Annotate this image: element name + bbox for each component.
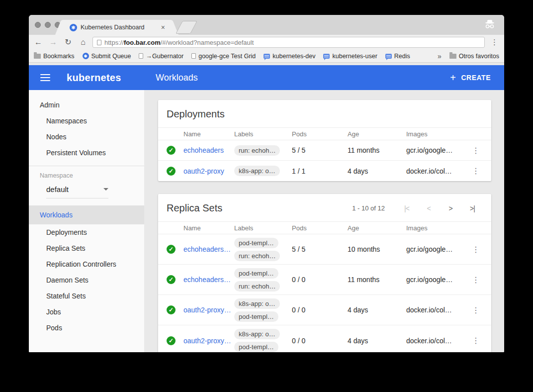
resource-link[interactable]: oauth2-proxy… xyxy=(183,306,234,314)
label-chip: run: echoh… xyxy=(234,281,280,292)
chat-icon xyxy=(323,54,330,59)
close-window-button[interactable] xyxy=(35,22,41,28)
label-chip: k8s-app: o… xyxy=(234,329,280,339)
first-page-icon[interactable]: |< xyxy=(396,204,418,212)
status-ok-icon: ✓ xyxy=(167,146,176,155)
sidebar-item-workloads[interactable]: Workloads xyxy=(29,205,144,224)
sidebar-item-persistent-volumes[interactable]: Persistent Volumes xyxy=(29,145,144,161)
incognito-icon xyxy=(483,19,496,30)
row-menu-icon[interactable]: ⋮ xyxy=(468,336,483,345)
bookmark-redis[interactable]: Redis xyxy=(385,53,410,60)
page-title: Workloads xyxy=(156,73,198,83)
app-header: kubernetes Workloads + CREATE xyxy=(29,65,504,90)
row-menu-icon[interactable]: ⋮ xyxy=(468,146,483,155)
plus-icon: + xyxy=(450,72,456,84)
sidebar-item-nodes[interactable]: Nodes xyxy=(29,129,144,145)
tab-strip: ✱ Kubernetes Dashboard × xyxy=(29,15,504,35)
namespace-select[interactable]: default xyxy=(46,185,108,198)
table-row[interactable]: ✓ oauth2-proxy… k8s-app: o… pod-templ… 0… xyxy=(158,295,491,325)
sidebar-item-jobs[interactable]: Jobs xyxy=(29,304,144,320)
age-cell: 10 months xyxy=(348,245,406,253)
sidebar: Admin Namespaces Nodes Persistent Volume… xyxy=(29,90,144,352)
sidebar-item-admin[interactable]: Admin xyxy=(29,97,144,113)
browser-tab[interactable]: ✱ Kubernetes Dashboard × xyxy=(63,20,171,35)
sidebar-divider xyxy=(29,166,144,166)
status-ok-icon: ✓ xyxy=(167,275,176,284)
table-row[interactable]: ✓ echoheaders run: echoh… 5 / 5 11 month… xyxy=(158,140,491,161)
bookmark-google-gce-test-grid[interactable]: google-gce Test Grid xyxy=(191,53,256,60)
sidebar-item-daemon-sets[interactable]: Daemon Sets xyxy=(29,272,144,288)
sidebar-item-replication-controllers[interactable]: Replication Controllers xyxy=(29,256,144,272)
table-row[interactable]: ✓ echoheaders… pod-templ… run: echoh… 0 … xyxy=(158,265,491,295)
images-cell: docker.io/col… xyxy=(406,167,468,175)
chevron-down-icon xyxy=(103,188,108,191)
back-button[interactable]: ← xyxy=(33,38,44,46)
url-host: foo.bar.com xyxy=(124,39,161,46)
age-cell: 4 days xyxy=(348,167,406,175)
col-age: Age xyxy=(348,224,406,232)
sidebar-item-stateful-sets[interactable]: Stateful Sets xyxy=(29,288,144,304)
col-name: Name xyxy=(183,224,234,232)
page-icon xyxy=(97,40,101,45)
forward-button[interactable]: → xyxy=(48,38,59,46)
chat-icon xyxy=(264,54,270,59)
label-chip: k8s-app: o… xyxy=(234,166,280,176)
images-cell: gcr.io/google… xyxy=(406,245,468,253)
deployments-card: Deployments Name Labels Pods Age Images … xyxy=(158,100,491,181)
kubernetes-favicon-icon: ✱ xyxy=(70,24,77,31)
bookmark-gubernator[interactable]: →Gubernator xyxy=(139,53,183,60)
kubernetes-icon: ✱ xyxy=(83,53,89,59)
page-icon xyxy=(139,53,143,59)
resource-link[interactable]: echoheaders xyxy=(183,146,234,154)
sidebar-item-replica-sets[interactable]: Replica Sets xyxy=(29,240,144,256)
browser-menu-icon[interactable]: ⋮ xyxy=(489,38,500,47)
images-cell: docker.io/col… xyxy=(406,337,468,345)
row-menu-icon[interactable]: ⋮ xyxy=(468,305,483,315)
new-tab-button[interactable] xyxy=(176,21,197,34)
reload-button[interactable]: ↻ xyxy=(63,38,74,46)
card-title: Replica Sets xyxy=(167,202,222,214)
row-menu-icon[interactable]: ⋮ xyxy=(468,166,483,176)
resource-link[interactable]: oauth2-proxy… xyxy=(183,337,234,345)
resource-link[interactable]: oauth2-proxy xyxy=(183,167,234,175)
previous-page-icon[interactable]: < xyxy=(418,204,440,212)
status-ok-icon: ✓ xyxy=(167,245,176,254)
bookmark-submit-queue[interactable]: ✱ Submit Queue xyxy=(83,53,131,60)
home-button[interactable]: ⌂ xyxy=(78,38,89,46)
resource-link[interactable]: echoheaders… xyxy=(183,276,234,284)
table-row[interactable]: ✓ oauth2-proxy k8s-app: o… 1 / 1 4 days … xyxy=(158,161,491,181)
bookmark-kubernetes-dev[interactable]: kubernetes-dev xyxy=(264,53,315,60)
age-cell: 4 days xyxy=(348,337,406,345)
namespace-label: Namespace xyxy=(29,172,144,179)
tab-close-icon[interactable]: × xyxy=(160,23,166,31)
col-name: Name xyxy=(183,130,234,138)
row-menu-icon[interactable]: ⋮ xyxy=(468,275,483,285)
sidebar-item-deployments[interactable]: Deployments xyxy=(29,224,144,240)
bookmark-otros-favoritos-folder[interactable]: Otros favoritos xyxy=(449,53,499,60)
row-menu-icon[interactable]: ⋮ xyxy=(468,245,483,254)
resource-link[interactable]: echoheaders… xyxy=(183,245,234,253)
table-row[interactable]: ✓ echoheaders… pod-templ… run: echoh… 5 … xyxy=(158,234,491,265)
next-page-icon[interactable]: > xyxy=(440,204,461,212)
pods-cell: 5 / 5 xyxy=(292,245,348,253)
images-cell: gcr.io/google… xyxy=(406,276,468,284)
menu-hamburger-icon[interactable] xyxy=(40,74,50,81)
col-labels: Labels xyxy=(234,224,292,232)
namespace-value: default xyxy=(46,185,69,194)
folder-icon xyxy=(449,54,456,59)
last-page-icon[interactable]: >| xyxy=(461,204,483,212)
sidebar-item-pods[interactable]: Pods xyxy=(29,320,144,336)
bookmark-bookmarks-folder[interactable]: Bookmarks xyxy=(34,53,75,60)
col-labels: Labels xyxy=(234,130,292,138)
url-scheme: https:// xyxy=(104,39,124,46)
address-bar[interactable]: https://foo.bar.com/#/workload?namespace… xyxy=(92,37,485,48)
sidebar-item-namespaces[interactable]: Namespaces xyxy=(29,113,144,129)
age-cell: 11 months xyxy=(348,276,406,284)
minimize-window-button[interactable] xyxy=(45,22,51,28)
chat-icon xyxy=(385,54,392,59)
create-button[interactable]: + CREATE xyxy=(450,72,491,84)
bookmarks-overflow-chevron[interactable]: » xyxy=(438,52,442,60)
bookmark-kubernetes-user[interactable]: kubernetes-user xyxy=(323,53,377,60)
table-row[interactable]: ✓ oauth2-proxy… k8s-app: o… pod-templ… 0… xyxy=(158,325,491,352)
pods-cell: 0 / 0 xyxy=(292,306,348,314)
